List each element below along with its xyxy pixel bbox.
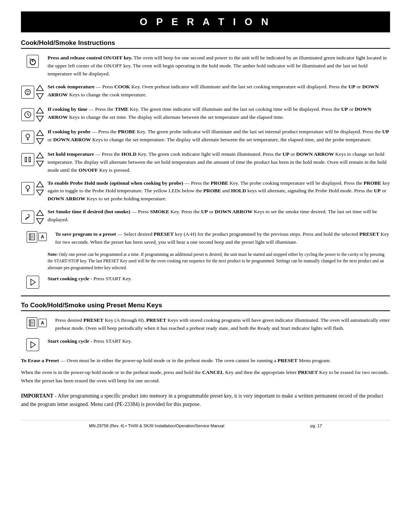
- svg-marker-25: [37, 190, 43, 195]
- header-title: O P E R A T I O N: [140, 16, 271, 27]
- play-icon-2: [26, 338, 39, 351]
- note-label: Note:: [48, 252, 58, 257]
- arrows-col-6: [36, 209, 44, 225]
- preset-save-text: To save program to a preset — Select des…: [55, 230, 390, 246]
- instruction-onoff: Press and release control ON/OFF key. Th…: [21, 54, 390, 78]
- instruction-hold-temp: Set hold temperature — Press the HOLD Ke…: [21, 150, 390, 174]
- probe-icon: [21, 131, 34, 144]
- start-icon-col: [21, 275, 48, 289]
- page-header: O P E R A T I O N: [21, 11, 390, 32]
- svg-point-21: [26, 185, 30, 189]
- preset-save-icon-col: A: [21, 230, 55, 243]
- svg-marker-24: [37, 182, 43, 187]
- section2-title: To Cook/Hold/Smoke using Preset Menu Key…: [21, 302, 390, 311]
- svg-rect-18: [29, 157, 30, 162]
- preset-book-icon: [27, 231, 37, 243]
- hold-icon: [21, 153, 34, 166]
- preset-use-icon-group: A: [27, 317, 47, 329]
- hold-temp-text: Set hold temperature — Press the HOLD Ke…: [48, 150, 390, 174]
- preset-use-icon-col: A: [21, 316, 55, 329]
- svg-marker-10: [37, 108, 43, 113]
- erase-preset2-text: When the oven is in the power-up hold mo…: [21, 368, 390, 385]
- svg-marker-20: [37, 161, 43, 166]
- svg-point-3: [25, 89, 30, 95]
- onoff-text: Press and release control ON/OFF key. Th…: [48, 54, 390, 78]
- arrows-col-2: [36, 106, 44, 123]
- page: O P E R A T I O N Cook/Hold/Smoke Instru…: [0, 0, 411, 532]
- erase-preset-text: To Erase a Preset — Oven must be in eith…: [21, 356, 390, 365]
- arrows-col-5: [36, 180, 44, 197]
- play-icon: [26, 276, 39, 289]
- hold-key-icon: [24, 155, 32, 164]
- start-text: Start cooking cycle - Press START Key.: [48, 275, 390, 283]
- erase-preset2-block: When the oven is in the power-up hold mo…: [21, 368, 390, 385]
- arrow-down-icon-6: [36, 217, 44, 225]
- cook-temp-text: Set cook temperature — Press COOK Key. O…: [48, 83, 390, 99]
- svg-rect-17: [25, 157, 27, 162]
- onoff-icon: [27, 55, 39, 68]
- instruction-cook-temp: Set cook temperature — Press COOK Key. O…: [21, 83, 390, 101]
- time-text: If cooking by time — Press the TIME Key.…: [48, 105, 390, 121]
- note-block: Note: Only one preset can be programmed …: [48, 251, 390, 271]
- probe-hold-icon-row: [21, 180, 44, 197]
- smoke-icon: [21, 211, 34, 224]
- svg-point-2: [30, 59, 31, 60]
- preset-a-icon-2: A: [38, 319, 47, 327]
- hold-temp-icon-col: [21, 150, 48, 168]
- preset-book-icon-2: [27, 317, 37, 329]
- svg-point-12: [26, 134, 30, 138]
- preset-icon-group: A: [27, 231, 47, 243]
- note-text: Only one preset can be programmed at a t…: [48, 252, 384, 270]
- footer-text: MN-29758 (Rev. 4) • TH/III & SK/III Inst…: [89, 423, 225, 428]
- svg-marker-11: [37, 116, 43, 121]
- smoke-icon-col: [21, 208, 48, 225]
- instruction-start2: Start cooking cycle - Press START Key.: [21, 337, 390, 351]
- important-block: IMPORTANT - After programming a specific…: [21, 392, 390, 409]
- probe-hold-icon-col: [21, 179, 48, 197]
- smoke-icon-row: [21, 209, 44, 225]
- footer: MN-29758 (Rev. 4) • TH/III & SK/III Inst…: [21, 420, 390, 428]
- preset-a-icon: A: [38, 233, 47, 241]
- instruction-preset-save: A To save program to a preset — Select d…: [21, 230, 390, 246]
- time-icon-row: [21, 106, 44, 123]
- book-icon-2: [29, 319, 35, 327]
- probe-icon-row: [21, 129, 44, 145]
- svg-line-9: [28, 115, 29, 116]
- arrows-col-4: [36, 151, 44, 168]
- hold-icon-row: [21, 151, 44, 168]
- play-triangle-icon: [29, 278, 36, 286]
- probe-text: If cooking by probe — Press the PROBE Ke…: [48, 128, 390, 144]
- arrow-up-icon-3: [36, 129, 44, 137]
- instruction-time: If cooking by time — Press the TIME Key.…: [21, 105, 390, 123]
- arrow-up-icon-5: [36, 180, 44, 189]
- power-icon: [29, 57, 37, 66]
- arrows-col-3: [36, 129, 44, 145]
- onoff-icon-col: [21, 54, 48, 68]
- probe-icon-col: [21, 128, 48, 145]
- cook-key-icon: [24, 88, 32, 96]
- arrow-down-icon: [36, 92, 44, 101]
- svg-marker-16: [37, 139, 43, 144]
- probe-hold-key-icon: [24, 184, 32, 193]
- instruction-probe-hold: To enable Probe Hold mode (optional when…: [21, 179, 390, 203]
- probe-hold-text: To enable Probe Hold mode (optional when…: [48, 179, 390, 203]
- arrow-up-icon: [36, 84, 44, 92]
- instruction-start: Start cooking cycle - Press START Key.: [21, 275, 390, 289]
- start-label: Start cooking cycle -: [48, 276, 92, 281]
- svg-marker-19: [37, 153, 43, 158]
- instruction-smoke: Set Smoke time if desired (hot smoke) — …: [21, 208, 390, 225]
- arrows-col: [36, 84, 44, 101]
- erase-preset-block: To Erase a Preset — Oven must be in eith…: [21, 356, 390, 365]
- time-icon-col: [21, 105, 48, 123]
- play-triangle-icon-2: [29, 341, 36, 348]
- start2-icon-col: [21, 337, 48, 351]
- arrow-down-icon-5: [36, 189, 44, 197]
- cook-icon: [21, 86, 34, 99]
- time-icon: [21, 108, 34, 121]
- instruction-preset-use: A Press desired PRESET Key (A through H)…: [21, 316, 390, 332]
- arrow-up-icon-6: [36, 209, 44, 217]
- arrow-down-icon-4: [36, 160, 44, 168]
- start-text-val: Press START Key.: [92, 276, 132, 281]
- preset-use-text: Press desired PRESET Key (A through H). …: [55, 316, 390, 332]
- probe-key-icon: [24, 133, 32, 141]
